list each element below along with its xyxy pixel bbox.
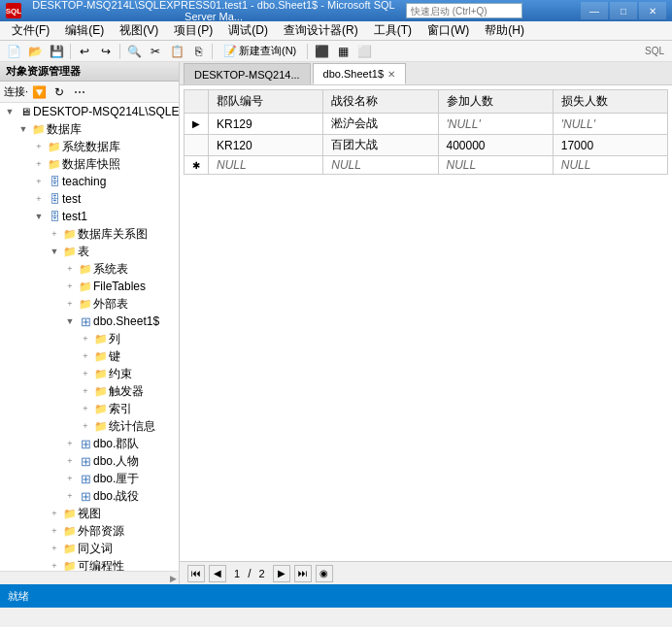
row-3-col-1[interactable]: NULL — [209, 156, 323, 175]
toolbar-btn-3[interactable]: 🔍 — [124, 43, 144, 60]
toolbar-save[interactable]: 💾 — [47, 43, 66, 60]
title-bar: SQL DESKTOP-MSQ214L\SQLEXPRESS01.test1 -… — [0, 0, 672, 21]
menu-query-designer[interactable]: 查询设计器(R) — [276, 20, 366, 41]
tree-item-dbo-people[interactable]: + ⊞ dbo.人物 — [0, 452, 179, 470]
toolbar-btn-5[interactable]: 📋 — [167, 43, 186, 60]
tree-item-programmability[interactable]: + 📁 可编程性 — [0, 557, 179, 571]
tree-item-sys-tables[interactable]: + 📁 系统表 — [0, 260, 179, 278]
row-2-col-1[interactable]: KR120 — [209, 135, 323, 156]
dbo-genus-icon: ⊞ — [78, 470, 93, 487]
tab-sheet1-close[interactable]: ✕ — [387, 69, 395, 80]
row-3-col-2[interactable]: NULL — [323, 156, 438, 175]
page-last-button[interactable]: ⏭ — [294, 565, 312, 582]
databases-label: 数据库 — [47, 121, 82, 138]
expand-constraints: + — [78, 365, 93, 382]
oe-toolbar-refresh[interactable]: ↻ — [50, 83, 69, 101]
maximize-button[interactable]: □ — [610, 2, 637, 19]
toolbar-btn-8[interactable]: ▦ — [333, 43, 353, 60]
row-1-col-2[interactable]: 淞沪会战 — [323, 114, 438, 135]
ext-resources-icon: 📁 — [62, 522, 78, 540]
connect-label[interactable]: 连接· — [4, 84, 28, 99]
dbo-sheet1-label: dbo.Sheet1$ — [93, 314, 159, 328]
page-next-button[interactable]: ▶ — [273, 565, 290, 582]
tree-item-dbo-battle[interactable]: + ⊞ dbo.战役 — [0, 487, 179, 505]
expand-programmability: + — [47, 557, 62, 571]
tree-item-file-tables[interactable]: + 📁 FileTables — [0, 278, 179, 295]
tree-item-test[interactable]: + 🗄 test — [0, 190, 179, 208]
tree-item-synonyms[interactable]: + 📁 同义词 — [0, 540, 179, 557]
programmability-icon: 📁 — [62, 557, 78, 571]
row-3-col-3[interactable]: NULL — [438, 156, 553, 175]
toolbar-undo[interactable]: ↩ — [75, 43, 94, 60]
tab-sheet1[interactable]: dbo.Sheet1$ ✕ — [313, 63, 406, 84]
toolbar-btn-7[interactable]: ⬛ — [312, 43, 331, 60]
oe-toolbar-more[interactable]: ⋯ — [70, 83, 89, 101]
tab-desktop[interactable]: DESKTOP-MSQ214... — [184, 63, 311, 84]
row-1-col-3[interactable]: 'NULL' — [438, 114, 553, 135]
toolbar-btn-2[interactable]: 📂 — [25, 43, 45, 60]
tree-item-dbo-genus[interactable]: + ⊞ dbo.厘于 — [0, 470, 179, 487]
oe-scroll-arrow-right[interactable]: ▶ — [170, 574, 177, 583]
col-participants: 参加人数 — [438, 90, 553, 114]
oe-toolbar-filter[interactable]: 🔽 — [29, 83, 49, 101]
page-prev-button[interactable]: ◀ — [209, 565, 226, 582]
tree-item-ext-resources[interactable]: + 📁 外部资源 — [0, 522, 179, 540]
tree-item-keys[interactable]: + 📁 键 — [0, 347, 179, 365]
close-button[interactable]: ✕ — [639, 2, 666, 19]
teaching-db-icon: 🗄 — [47, 173, 62, 190]
results-table: 郡队编号 战役名称 参加人数 损失人数 ▶ KR129 淞沪会战 'NULL' — [184, 89, 668, 175]
row-1-col-4[interactable]: 'NULL' — [553, 114, 667, 135]
menu-view[interactable]: 视图(V) — [112, 20, 166, 41]
tree-item-dbo-team[interactable]: + ⊞ dbo.郡队 — [0, 435, 179, 452]
menu-project[interactable]: 项目(P) — [166, 20, 220, 41]
toolbar-btn-9[interactable]: ⬜ — [354, 43, 374, 60]
row-2-col-3[interactable]: 400000 — [438, 135, 553, 156]
new-query-button[interactable]: 📝 新建查询(N) — [217, 43, 303, 60]
tree-item-views[interactable]: + 📁 视图 — [0, 505, 179, 522]
tree-item-db-snapshot[interactable]: + 📁 数据库快照 — [0, 155, 179, 173]
tree-item-system-db[interactable]: + 📁 系统数据库 — [0, 138, 179, 155]
db-snapshot-label: 数据库快照 — [62, 156, 120, 173]
tree-item-databases[interactable]: ▼ 📁 数据库 — [0, 120, 179, 138]
status-bar: 就绪 — [0, 584, 672, 608]
test1-label: test1 — [62, 210, 87, 223]
row-2-col-4[interactable]: 17000 — [553, 135, 667, 156]
minimize-button[interactable]: — — [581, 2, 608, 19]
row-3-col-4[interactable]: NULL — [553, 156, 667, 175]
page-extra-button[interactable]: ◉ — [316, 565, 333, 582]
tree-item-db-diagram[interactable]: + 📁 数据库关系图 — [0, 225, 179, 243]
menu-file[interactable]: 文件(F) — [4, 20, 57, 41]
tree-item-stats[interactable]: + 📁 统计信息 — [0, 417, 179, 435]
menu-tools[interactable]: 工具(T) — [366, 20, 420, 41]
menu-debug[interactable]: 调试(D) — [220, 20, 276, 41]
tree-item-server[interactable]: ▼ 🖥 DESKTOP-MSQ214L\SQLEXPRES... — [0, 103, 179, 120]
tree-item-indexes[interactable]: + 📁 索引 — [0, 400, 179, 417]
test1-db-icon: 🗄 — [47, 208, 62, 225]
ext-resources-label: 外部资源 — [78, 523, 124, 540]
toolbar-redo[interactable]: ↪ — [96, 43, 116, 60]
dbo-battle-label: dbo.战役 — [93, 488, 139, 505]
tree-item-columns[interactable]: + 📁 列 — [0, 330, 179, 347]
row-1-col-1[interactable]: KR129 — [209, 114, 323, 135]
expand-views: + — [47, 505, 62, 522]
toolbar-btn-4[interactable]: ✂ — [146, 43, 165, 60]
tree-item-triggers[interactable]: + 📁 触发器 — [0, 382, 179, 400]
tree-item-ext-tables[interactable]: + 📁 外部表 — [0, 295, 179, 313]
menu-edit[interactable]: 编辑(E) — [57, 20, 112, 41]
tab-desktop-label: DESKTOP-MSQ214... — [194, 69, 300, 81]
tree-item-constraints[interactable]: + 📁 约束 — [0, 365, 179, 382]
server-icon: 🖥 — [17, 103, 33, 120]
columns-icon: 📁 — [93, 330, 109, 347]
tree-item-dbo-sheet1[interactable]: ▼ ⊞ dbo.Sheet1$ — [0, 313, 179, 330]
page-first-button[interactable]: ⏮ — [187, 565, 205, 582]
tree-item-tables[interactable]: ▼ 📁 表 — [0, 243, 179, 260]
toolbar-btn-6[interactable]: ⎘ — [188, 43, 208, 60]
menu-help[interactable]: 帮助(H) — [477, 20, 532, 41]
tree-item-test1[interactable]: ▼ 🗄 test1 — [0, 208, 179, 225]
row-2-col-2[interactable]: 百团大战 — [323, 135, 438, 156]
tree-item-teaching[interactable]: + 🗄 teaching — [0, 173, 179, 190]
toolbar-btn-1[interactable]: 📄 — [4, 43, 23, 60]
stats-label: 统计信息 — [109, 418, 155, 435]
quick-search-input[interactable] — [406, 3, 522, 18]
menu-window[interactable]: 窗口(W) — [420, 20, 477, 41]
